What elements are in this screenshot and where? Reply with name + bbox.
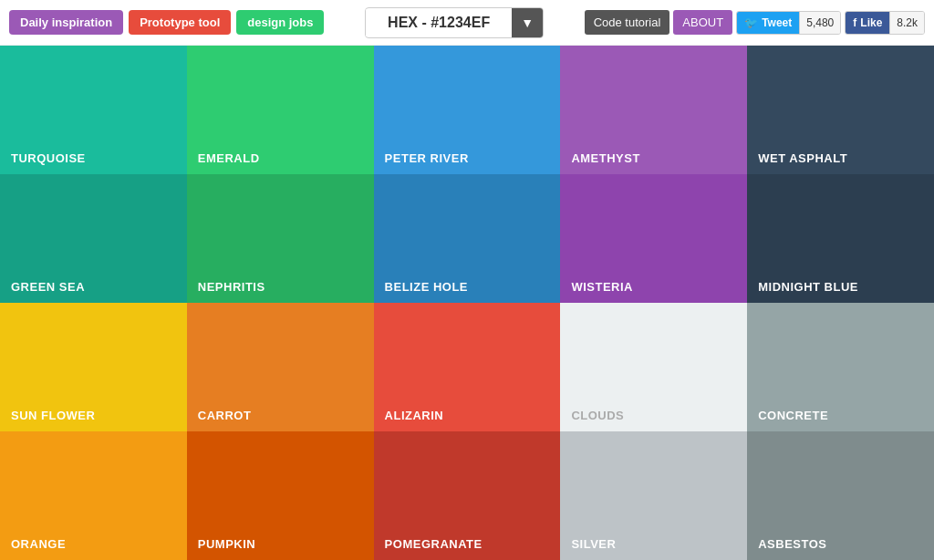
color-grid: TURQUOISEEMERALDPETER RIVERAMETHYSTWET A… — [0, 46, 934, 560]
tweet-button[interactable]: 🐦 Tweet 5,480 — [736, 11, 841, 35]
color-cell[interactable]: SILVER — [560, 431, 747, 560]
color-name: MIDNIGHT BLUE — [758, 280, 858, 294]
facebook-icon: f — [853, 16, 856, 29]
color-cell[interactable]: ORANGE — [0, 431, 187, 560]
color-name: TURQUOISE — [11, 151, 86, 165]
color-name: PETER RIVER — [385, 151, 469, 165]
hex-dropdown-button[interactable]: ▼ — [512, 8, 543, 37]
color-name: WISTERIA — [571, 280, 633, 294]
fb-label: f Like — [846, 12, 889, 34]
color-name: AMETHYST — [571, 151, 640, 165]
color-name: EMERALD — [198, 151, 260, 165]
like-count: 8.2k — [889, 12, 924, 34]
color-name: ORANGE — [11, 537, 66, 551]
color-name: NEPHRITIS — [198, 280, 265, 294]
color-cell[interactable]: EMERALD — [187, 46, 374, 174]
color-name: CONCRETE — [758, 409, 828, 422]
color-cell[interactable]: PUMPKIN — [187, 431, 374, 560]
color-cell[interactable]: GREEN SEA — [0, 174, 187, 303]
hex-selector: ▼ — [365, 7, 544, 38]
code-tutorial-button[interactable]: Code tutorial — [585, 10, 670, 35]
color-name: BELIZE HOLE — [385, 280, 468, 294]
color-cell[interactable]: POMEGRANATE — [374, 431, 561, 560]
daily-inspiration-button[interactable]: Daily inspiration — [9, 10, 123, 35]
color-name: GREEN SEA — [11, 280, 85, 294]
color-cell[interactable]: NEPHRITIS — [187, 174, 374, 303]
color-name: PUMPKIN — [198, 537, 255, 551]
color-cell[interactable]: BELIZE HOLE — [374, 174, 561, 303]
color-name: SUN FLOWER — [11, 409, 95, 422]
color-cell[interactable]: WISTERIA — [560, 174, 747, 303]
color-cell[interactable]: CARROT — [187, 303, 374, 431]
color-cell[interactable]: MIDNIGHT BLUE — [747, 174, 934, 303]
color-cell[interactable]: ASBESTOS — [747, 431, 934, 560]
color-cell[interactable]: TURQUOISE — [0, 46, 187, 174]
color-cell[interactable]: AMETHYST — [560, 46, 747, 174]
tweet-label: 🐦 Tweet — [737, 12, 799, 34]
color-cell[interactable]: CLOUDS — [560, 303, 747, 431]
prototype-tool-button[interactable]: Prototype tool — [129, 10, 231, 35]
like-button[interactable]: f Like 8.2k — [845, 11, 925, 35]
hex-input[interactable] — [366, 9, 512, 36]
about-button[interactable]: ABOUT — [673, 10, 732, 35]
color-name: POMEGRANATE — [385, 537, 483, 551]
color-cell[interactable]: WET ASPHALT — [747, 46, 934, 174]
color-cell[interactable]: ALIZARIN — [374, 303, 561, 431]
right-buttons: Code tutorial ABOUT 🐦 Tweet 5,480 f Like… — [585, 10, 925, 35]
color-name: CLOUDS — [571, 409, 624, 422]
tweet-count: 5,480 — [799, 12, 840, 34]
header: Daily inspiration Prototype tool design … — [0, 0, 934, 46]
color-name: CARROT — [198, 409, 252, 422]
color-cell[interactable]: SUN FLOWER — [0, 303, 187, 431]
twitter-icon: 🐦 — [744, 16, 758, 29]
color-name: ASBESTOS — [758, 537, 826, 551]
color-name: SILVER — [571, 537, 616, 551]
color-name: WET ASPHALT — [758, 151, 847, 165]
color-cell[interactable]: PETER RIVER — [374, 46, 561, 174]
color-name: ALIZARIN — [385, 409, 444, 422]
color-cell[interactable]: CONCRETE — [747, 303, 934, 431]
design-jobs-button[interactable]: design jobs — [236, 10, 324, 35]
